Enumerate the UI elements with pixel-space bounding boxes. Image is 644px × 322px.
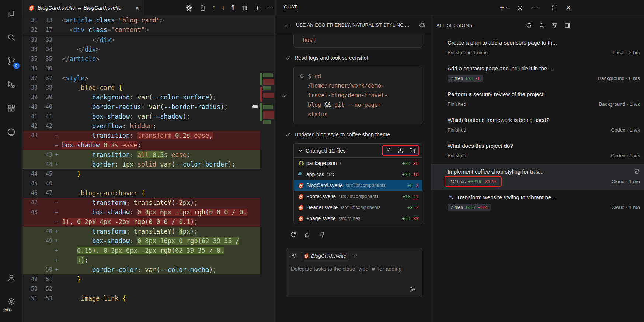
session-item[interactable]: Perform a security review of the project… bbox=[431, 87, 644, 112]
thumbs-up-icon[interactable] bbox=[304, 231, 311, 238]
code-line[interactable]: 4546 bbox=[23, 179, 275, 188]
code-line[interactable]: 3939 background: var(--color-surface); bbox=[23, 92, 275, 102]
code-line[interactable]: 3636 bbox=[23, 64, 275, 73]
changed-file-row[interactable]: Header.svelte\src\lib\components+8 -7 bbox=[294, 202, 422, 213]
tab-close-icon[interactable]: × bbox=[135, 4, 139, 11]
session-source: Background · 1 wk bbox=[599, 101, 640, 107]
run-debug-icon[interactable] bbox=[0, 73, 23, 97]
more-actions-icon[interactable]: ⋯ bbox=[267, 4, 274, 12]
changed-file-row[interactable]: #app.css\src+20 -10 bbox=[294, 169, 422, 180]
filter-icon[interactable] bbox=[551, 22, 558, 29]
back-icon[interactable]: ← bbox=[284, 21, 291, 29]
code-line[interactable]: 4141 box-shadow: var(--shadow); bbox=[23, 112, 275, 121]
session-item[interactable]: Add a contacts page and include it in th… bbox=[431, 61, 644, 87]
context-chip[interactable]: BlogCard.svelte bbox=[301, 252, 349, 260]
more-icon[interactable]: ⋯ bbox=[531, 4, 539, 11]
code-line[interactable]: 5153 .image-link { bbox=[23, 294, 275, 303]
sessions-list: Create a plan to add a sponsors page to … bbox=[431, 35, 644, 216]
code-line[interactable]: 4951 } bbox=[23, 274, 275, 284]
tab-chat[interactable]: CHAT bbox=[284, 0, 297, 15]
openai-icon[interactable] bbox=[185, 4, 193, 12]
code-line[interactable]: 47− transform: translateY(-2px); bbox=[23, 198, 275, 207]
source-control-icon[interactable]: 2 bbox=[0, 49, 23, 73]
compare-changes-icon[interactable] bbox=[409, 147, 416, 154]
add-context-icon[interactable]: + bbox=[353, 252, 356, 260]
code-line[interactable]: 48− box-shadow: 0 4px 6px -1px rgb(0 0 0… bbox=[23, 207, 275, 217]
expand-icon[interactable] bbox=[551, 4, 558, 11]
cloud-icon[interactable] bbox=[418, 21, 426, 29]
code-line[interactable]: 3113<article class="blog-card"> bbox=[23, 15, 275, 25]
session-item[interactable]: Implement coffee shop styling for trav..… bbox=[431, 164, 644, 190]
code-line[interactable]: 3737<style> bbox=[23, 73, 275, 83]
code-line[interactable]: 43− transition: transform 0.2s ease, bbox=[23, 131, 275, 140]
map-icon[interactable] bbox=[241, 4, 248, 11]
minimap[interactable] bbox=[260, 15, 275, 322]
next-change-icon[interactable]: ↓ bbox=[222, 4, 225, 11]
changed-file-row[interactable]: Footer.svelte\src\lib\components+13 -11 bbox=[294, 191, 422, 202]
code-line[interactable]: 4242 overflow: hidden; bbox=[23, 121, 275, 131]
previous-change-icon[interactable]: ↑ bbox=[212, 4, 216, 11]
code-line[interactable]: 3535</article> bbox=[23, 54, 275, 64]
github-icon[interactable] bbox=[0, 120, 23, 144]
code-line[interactable]: 3333 </div> bbox=[23, 35, 275, 45]
session-item[interactable]: What does this project do?FinishedCodex … bbox=[431, 138, 644, 164]
tab-blogcard-diff[interactable]: BlogCard.svelte ↔ BlogCard.svelte × bbox=[23, 0, 144, 15]
session-item[interactable]: Transform website styling to vibrant ne.… bbox=[431, 190, 644, 216]
settings-gear-icon[interactable]: NO bbox=[0, 290, 23, 313]
scrollbar-handle[interactable] bbox=[252, 105, 258, 108]
thumbs-down-icon[interactable] bbox=[318, 231, 326, 238]
code-line[interactable]: + 0.15), 0 3px 6px -2px rgb(62 39 35 / 0… bbox=[23, 246, 275, 255]
close-icon[interactable]: × bbox=[566, 4, 571, 12]
session-item[interactable]: Create a plan to add a sponsors page to … bbox=[431, 35, 644, 61]
code-line[interactable]: + 1); bbox=[23, 255, 275, 265]
step-row: Updated blog style to coffee shop theme bbox=[275, 132, 431, 137]
send-icon[interactable] bbox=[409, 285, 417, 293]
settings-gear-icon[interactable] bbox=[516, 4, 523, 11]
search-icon[interactable] bbox=[0, 26, 23, 49]
command-block[interactable]: $ cd/home/runner/work/demo-travel-blog/d… bbox=[293, 67, 422, 124]
sticky-scroll[interactable]: 3113<article class="blog-card">3217 <div… bbox=[23, 15, 275, 35]
refresh-icon[interactable] bbox=[525, 22, 532, 29]
changed-file-row[interactable]: {}package.json\+30 -30 bbox=[294, 158, 422, 169]
file-name: Footer.svelte bbox=[306, 193, 336, 199]
annotation-files-badge: 12 files+3219-3129 bbox=[445, 176, 502, 187]
split-editor-icon[interactable] bbox=[254, 4, 261, 11]
changed-files-label: Changed 12 files bbox=[306, 148, 382, 154]
new-session-icon[interactable]: + bbox=[500, 4, 509, 11]
code-line[interactable]: 4040 border-radius: var(--border-radius)… bbox=[23, 102, 275, 112]
code-line[interactable]: 43+ transition: all 0.3s ease; bbox=[23, 150, 275, 160]
code-line[interactable]: 50+ border-color: var(--color-mocha); bbox=[23, 265, 275, 274]
code-line[interactable]: 4647 .blog-card:hover { bbox=[23, 188, 275, 198]
archive-icon[interactable] bbox=[634, 168, 640, 175]
command-row: $ cd/home/runner/work/demo-travel-blog/d… bbox=[275, 67, 431, 124]
attach-icon[interactable] bbox=[291, 253, 297, 259]
code-line[interactable]: 49+ box-shadow: 0 8px 16px 0 rgb(62 39 3… bbox=[23, 236, 275, 246]
code-line[interactable]: 3434 </div> bbox=[23, 45, 275, 54]
code-line[interactable]: 44+ border: 1px solid var(--color-border… bbox=[23, 160, 275, 169]
code-line[interactable]: 5052 bbox=[23, 284, 275, 294]
command-line: blog && git --no-pager bbox=[298, 100, 418, 110]
new-file-icon[interactable] bbox=[385, 147, 392, 154]
changed-file-row[interactable]: BlogCard.svelte\src\lib\components+5 -3 bbox=[294, 180, 422, 191]
code-line[interactable]: 3838 .blog-card { bbox=[23, 83, 275, 92]
session-item[interactable]: Which frontend framework is being used?F… bbox=[431, 112, 644, 138]
pilcrow-icon[interactable]: ¶ bbox=[231, 4, 234, 11]
code-line[interactable]: −1), 0 2px 4px -2px rgb(0 0 0 / 0.1); bbox=[23, 217, 275, 227]
code-line[interactable]: 4445 } bbox=[23, 169, 275, 179]
extensions-icon[interactable] bbox=[0, 97, 23, 120]
code-line[interactable]: 3217 <div class="content"> bbox=[23, 25, 275, 35]
code-line[interactable]: 48+ transform: translateY(-4px); bbox=[23, 227, 275, 236]
chat-input[interactable]: BlogCard.svelte + Delegate tasks to the … bbox=[286, 248, 422, 297]
search-icon[interactable] bbox=[539, 22, 545, 29]
open-changes-icon[interactable] bbox=[199, 4, 206, 11]
code-line[interactable]: −box-shadow 0.2s ease; bbox=[23, 140, 275, 150]
changed-files-header[interactable]: Changed 12 files bbox=[294, 144, 422, 158]
changed-file-row[interactable]: +page.svelte\src\routes+50 -33 bbox=[294, 213, 422, 224]
account-icon[interactable] bbox=[0, 266, 23, 290]
explorer-icon[interactable] bbox=[0, 2, 23, 26]
editor-lines[interactable]: 3333 </div>3434 </div>3535</article>3636… bbox=[23, 35, 275, 322]
export-icon[interactable] bbox=[397, 147, 404, 154]
file-path: \src\lib\components bbox=[339, 194, 399, 199]
retry-icon[interactable] bbox=[290, 231, 297, 238]
layout-icon[interactable] bbox=[564, 22, 571, 29]
